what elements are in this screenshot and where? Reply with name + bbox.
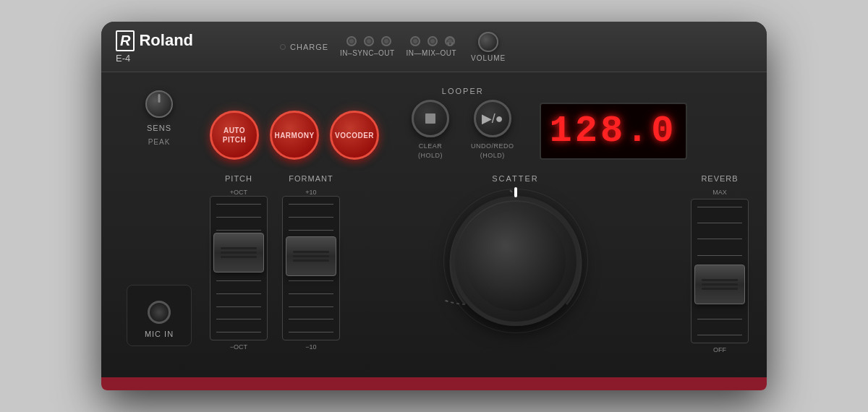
mix-jacks: 🎧 bbox=[410, 36, 455, 46]
undo-redo-label: UNDO/REDO(HOLD) bbox=[471, 142, 514, 160]
volume-section: VOLUME bbox=[471, 32, 506, 62]
formant-slider-track bbox=[282, 196, 340, 340]
sync-jacks bbox=[346, 36, 391, 46]
formant-slider-handle[interactable] bbox=[286, 236, 336, 276]
volume-label: VOLUME bbox=[471, 54, 506, 62]
harmony-button[interactable]: HARMONY bbox=[270, 111, 319, 160]
clear-hold-label: CLEAR(HOLD) bbox=[418, 142, 443, 160]
tick bbox=[697, 319, 742, 319]
mic-in-label: MIC IN bbox=[145, 330, 174, 338]
sync-label: IN–SYNC–OUT bbox=[340, 49, 395, 57]
tick bbox=[216, 230, 261, 231]
tick bbox=[289, 293, 333, 294]
tick bbox=[216, 332, 261, 332]
volume-knob[interactable] bbox=[478, 32, 498, 52]
buttons-row: AUTOPITCH HARMONY VOCODER LOOPER bbox=[210, 83, 749, 163]
vocoder-label: VOCODER bbox=[335, 131, 374, 140]
tick bbox=[697, 255, 742, 256]
main-body: SENS PEAK MIC IN AUTOPITCH HARMONY VOCOD… bbox=[101, 72, 767, 364]
tick bbox=[216, 280, 261, 281]
tick bbox=[289, 204, 333, 205]
pitch-bottom-label: −OCT bbox=[230, 343, 247, 351]
sync-jack-1 bbox=[346, 36, 357, 46]
formant-bottom-label: −10 bbox=[305, 343, 316, 351]
play-icon: ▶/● bbox=[482, 111, 503, 126]
harmony-label: HARMONY bbox=[274, 131, 314, 140]
looper-buttons: CLEAR(HOLD) ▶/● UNDO/REDO(HOLD) bbox=[412, 100, 514, 160]
brand-name: Roland bbox=[139, 31, 193, 50]
roland-logo: R Roland bbox=[116, 30, 193, 51]
pitch-top-label: +OCT bbox=[230, 189, 247, 196]
tick bbox=[216, 204, 261, 205]
mix-jack-1 bbox=[410, 36, 420, 46]
tick bbox=[697, 335, 742, 335]
mix-label: IN—MIX–OUT bbox=[407, 49, 456, 57]
sens-knob[interactable] bbox=[145, 90, 173, 118]
formant-slider-group: FORMANT +10 bbox=[282, 174, 340, 351]
auto-pitch-label: AUTOPITCH bbox=[223, 126, 247, 145]
scatter-label: SCATTER bbox=[492, 174, 539, 183]
pitch-slider-group: PITCH +OCT bbox=[210, 174, 268, 351]
tick bbox=[697, 239, 742, 239]
tick bbox=[289, 332, 333, 332]
tick bbox=[216, 319, 261, 319]
charge-label: CHARGE bbox=[290, 43, 328, 51]
tick bbox=[216, 217, 261, 218]
mic-jack[interactable] bbox=[148, 301, 171, 324]
vocoder-button[interactable]: VOCODER bbox=[330, 111, 379, 160]
looper-clear-button[interactable] bbox=[412, 100, 449, 137]
sync-connectors: IN–SYNC–OUT 🎧 IN—MIX–OUT VOLUME bbox=[343, 32, 513, 62]
sens-section: SENS PEAK bbox=[145, 90, 173, 146]
tick bbox=[216, 293, 261, 294]
sliders-row: PITCH +OCT bbox=[210, 174, 749, 353]
auto-pitch-button[interactable]: AUTOPITCH bbox=[210, 111, 259, 160]
reverb-slider-handle[interactable] bbox=[694, 265, 745, 304]
looper-label: LOOPER bbox=[442, 87, 484, 95]
reverb-bottom-label: OFF bbox=[713, 346, 726, 353]
reverb-top-label: MAX bbox=[712, 189, 727, 196]
peak-label: PEAK bbox=[148, 138, 171, 146]
tick bbox=[697, 207, 742, 207]
pitch-slider-handle[interactable] bbox=[213, 233, 264, 272]
formant-label: FORMANT bbox=[289, 174, 333, 183]
sync-group: IN–SYNC–OUT bbox=[343, 36, 395, 57]
led-display: 128.0 bbox=[540, 103, 687, 160]
sens-label: SENS bbox=[147, 124, 171, 132]
roland-r-icon: R bbox=[116, 30, 135, 51]
scatter-knob[interactable] bbox=[451, 196, 581, 326]
reverb-slider-track bbox=[691, 199, 749, 343]
top-bar: R Roland E-4 CHARGE IN–SYNC–OUT bbox=[101, 22, 767, 72]
pitch-slider-track bbox=[210, 196, 268, 340]
mix-jack-2 bbox=[427, 36, 438, 46]
tick bbox=[216, 306, 261, 307]
tick bbox=[289, 217, 333, 218]
roland-e4-device: R Roland E-4 CHARGE IN–SYNC–OUT bbox=[101, 22, 767, 390]
tick bbox=[289, 280, 333, 281]
headphone-jack: 🎧 bbox=[445, 36, 455, 46]
model-name: E-4 bbox=[116, 53, 193, 64]
tick bbox=[289, 230, 333, 231]
formant-top-label: +10 bbox=[305, 189, 316, 196]
charge-dot bbox=[280, 44, 286, 50]
mix-group: 🎧 IN—MIX–OUT bbox=[409, 36, 456, 57]
looper-undo-redo-button[interactable]: ▶/● bbox=[474, 100, 511, 137]
stop-icon bbox=[425, 113, 435, 124]
reverb-slider-group: REVERB MAX bbox=[691, 174, 749, 353]
left-panel: SENS PEAK MIC IN bbox=[119, 83, 199, 353]
charge-indicator: CHARGE bbox=[280, 43, 328, 51]
tick bbox=[697, 223, 742, 223]
mic-in-box: MIC IN bbox=[127, 285, 192, 346]
tick bbox=[289, 306, 333, 307]
center-panel: AUTOPITCH HARMONY VOCODER LOOPER bbox=[210, 83, 749, 353]
pitch-label: PITCH bbox=[225, 174, 252, 183]
sync-jack-2 bbox=[364, 36, 374, 46]
sync-jack-3 bbox=[381, 36, 391, 46]
scatter-section: SCATTER bbox=[354, 174, 676, 326]
tick bbox=[289, 319, 333, 319]
brand-section: R Roland E-4 bbox=[116, 30, 193, 64]
reverb-label: REVERB bbox=[701, 174, 738, 183]
